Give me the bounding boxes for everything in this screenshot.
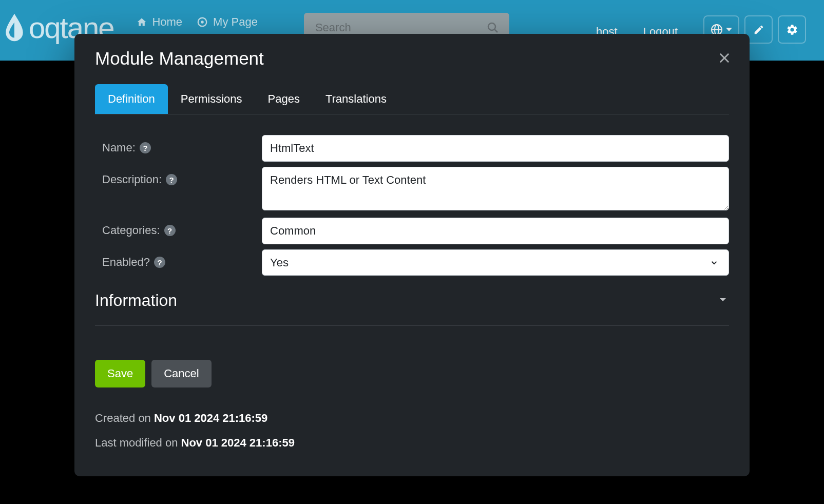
help-icon[interactable]: ? (164, 225, 176, 236)
modified-on: Last modified on Nov 01 2024 21:16:59 (95, 431, 729, 455)
divider (95, 325, 729, 326)
created-prefix: Created on (95, 412, 154, 424)
label-name: Name: (102, 141, 136, 154)
modal-body: Definition Permissions Pages Translation… (74, 84, 750, 476)
row-name: Name: ? (95, 135, 729, 162)
label-enabled-wrap: Enabled? ? (95, 249, 262, 269)
categories-input[interactable] (262, 218, 729, 244)
label-categories: Categories: (102, 224, 160, 237)
cancel-button[interactable]: Cancel (151, 360, 211, 387)
row-enabled: Enabled? ? Yes (95, 249, 729, 276)
modified-prefix: Last modified on (95, 436, 181, 449)
chevron-down-icon (717, 294, 729, 308)
created-value: Nov 01 2024 21:16:59 (154, 412, 267, 424)
help-icon[interactable]: ? (154, 257, 165, 268)
save-button[interactable]: Save (95, 360, 145, 387)
section-information-toggle[interactable]: Information (95, 291, 729, 310)
tab-permissions[interactable]: Permissions (168, 84, 255, 114)
modified-value: Nov 01 2024 21:16:59 (181, 436, 295, 449)
section-information-title: Information (95, 291, 177, 310)
tab-pages[interactable]: Pages (255, 84, 313, 114)
label-name-wrap: Name: ? (95, 135, 262, 154)
modal-backdrop: Module Management Definition Permissions… (0, 0, 824, 504)
tab-definition[interactable]: Definition (95, 84, 168, 114)
label-enabled: Enabled? (102, 256, 150, 269)
help-icon[interactable]: ? (140, 142, 151, 153)
modal-title: Module Management (95, 48, 264, 69)
enabled-select[interactable]: Yes (262, 249, 729, 276)
label-description-wrap: Description: ? (95, 167, 262, 186)
module-management-modal: Module Management Definition Permissions… (74, 34, 750, 476)
tab-translations[interactable]: Translations (313, 84, 399, 114)
tabs: Definition Permissions Pages Translation… (95, 84, 729, 114)
label-categories-wrap: Categories: ? (95, 218, 262, 237)
help-icon[interactable]: ? (166, 174, 177, 185)
row-categories: Categories: ? (95, 218, 729, 244)
close-icon (717, 51, 732, 65)
description-textarea[interactable]: Renders HTML or Text Content (262, 167, 729, 210)
name-input[interactable] (262, 135, 729, 162)
label-description: Description: (102, 173, 162, 186)
modal-close-button[interactable] (717, 51, 732, 67)
button-row: Save Cancel (95, 360, 729, 387)
modal-header: Module Management (74, 34, 750, 84)
row-description: Description: ? Renders HTML or Text Cont… (95, 167, 729, 212)
section-information: Information (95, 281, 729, 341)
meta-timestamps: Created on Nov 01 2024 21:16:59 Last mod… (95, 406, 729, 456)
created-on: Created on Nov 01 2024 21:16:59 (95, 406, 729, 431)
